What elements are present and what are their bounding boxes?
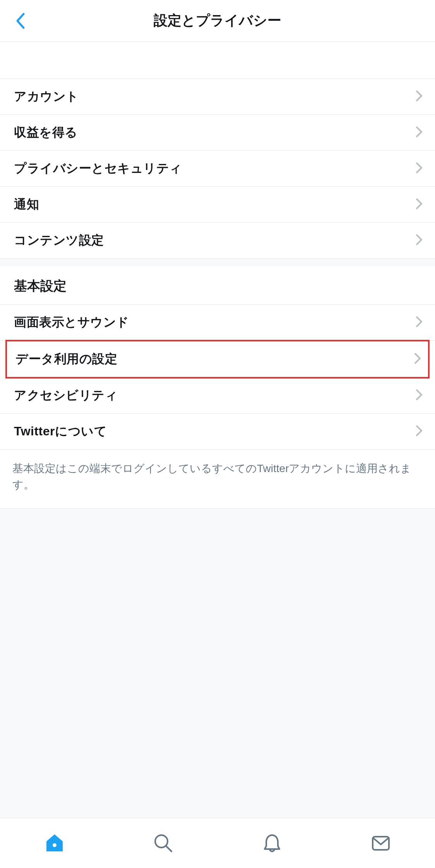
mail-icon: [370, 833, 391, 854]
row-label: 収益を得る: [14, 124, 78, 141]
tab-search[interactable]: [144, 824, 183, 863]
chevron-right-icon: [416, 90, 423, 103]
back-button[interactable]: [11, 12, 29, 30]
chevron-right-icon: [416, 162, 423, 175]
row-content-preferences[interactable]: コンテンツ設定: [0, 223, 435, 259]
row-label: アカウント: [14, 88, 79, 105]
footer-note: 基本設定はこの端末でログインしているすべてのTwitterアカウントに適用されま…: [0, 450, 435, 509]
chevron-right-icon: [414, 353, 421, 366]
tab-bar: [0, 818, 435, 868]
row-notifications[interactable]: 通知: [0, 187, 435, 223]
section-general: 基本設定 画面表示とサウンド データ利用の設定 アクセシビリティ Twitter…: [0, 266, 435, 509]
bell-icon: [262, 833, 283, 854]
chevron-right-icon: [416, 389, 423, 402]
section-account: アカウント 収益を得る プライバシーとセキュリティ 通知 コンテンツ設定: [0, 79, 435, 259]
row-label: 画面表示とサウンド: [14, 314, 129, 331]
svg-point-0: [53, 843, 57, 847]
row-label: データ利用の設定: [15, 351, 117, 368]
search-icon: [153, 833, 174, 854]
row-data-usage[interactable]: データ利用の設定: [5, 340, 430, 379]
row-accessibility[interactable]: アクセシビリティ: [0, 378, 435, 414]
row-label: アクセシビリティ: [14, 387, 118, 404]
row-label: Twitterについて: [14, 423, 107, 440]
row-account[interactable]: アカウント: [0, 79, 435, 115]
chevron-right-icon: [416, 234, 423, 247]
row-monetization[interactable]: 収益を得る: [0, 115, 435, 151]
header: 設定とプライバシー: [0, 0, 435, 42]
chevron-right-icon: [416, 198, 423, 211]
row-label: コンテンツ設定: [14, 232, 104, 249]
chevron-right-icon: [416, 316, 423, 329]
tab-notifications[interactable]: [253, 824, 291, 863]
row-about[interactable]: Twitterについて: [0, 414, 435, 450]
chevron-right-icon: [416, 425, 423, 438]
tab-home[interactable]: [35, 824, 74, 863]
home-icon: [44, 833, 65, 854]
section-title: 基本設定: [0, 266, 435, 305]
row-label: 通知: [14, 196, 39, 213]
spacer: [0, 42, 435, 79]
chevron-left-icon: [15, 12, 25, 29]
row-display-sound[interactable]: 画面表示とサウンド: [0, 305, 435, 341]
row-privacy-security[interactable]: プライバシーとセキュリティ: [0, 151, 435, 187]
svg-line-2: [166, 846, 171, 851]
tab-messages[interactable]: [361, 824, 400, 863]
page-title: 設定とプライバシー: [0, 11, 435, 30]
chevron-right-icon: [416, 126, 423, 139]
row-label: プライバシーとセキュリティ: [14, 160, 182, 177]
